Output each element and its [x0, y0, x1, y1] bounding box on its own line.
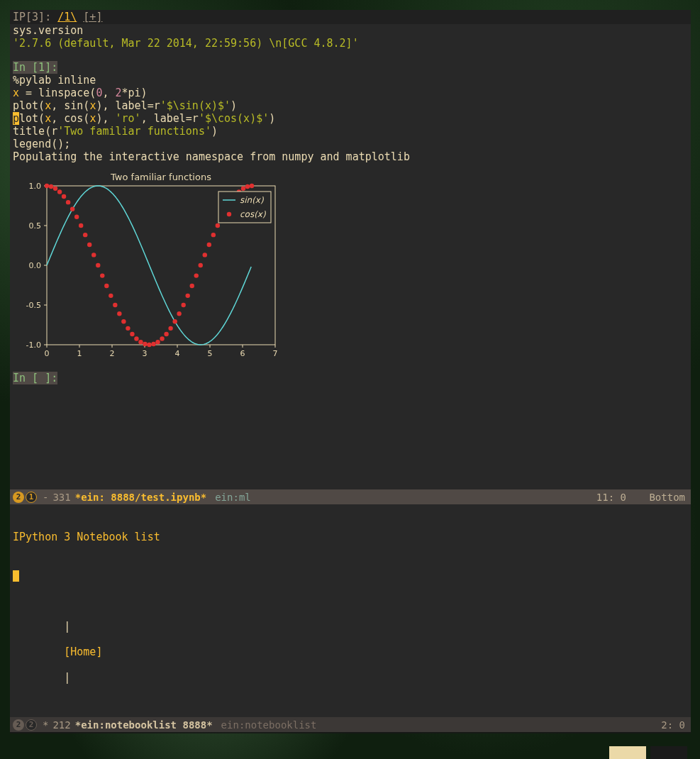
taskbar-tile[interactable] — [650, 746, 687, 759]
svg-point-30 — [53, 187, 57, 191]
svg-point-57 — [168, 326, 172, 331]
ml-dash: - — [43, 492, 48, 503]
svg-point-46 — [121, 319, 126, 323]
svg-text:0: 0 — [45, 349, 50, 358]
tab-active[interactable]: /1\ — [57, 11, 77, 23]
emacs-window: IP[3]: /1\ [+] sys.version '2.7.6 (defau… — [10, 10, 691, 733]
svg-point-59 — [177, 311, 181, 316]
svg-text:7: 7 — [273, 349, 278, 358]
nblist-title: IPython 3 Notebook list — [13, 531, 160, 543]
svg-text:cos(x): cos(x) — [240, 209, 266, 219]
svg-point-32 — [62, 194, 66, 199]
svg-point-49 — [134, 336, 138, 340]
svg-point-45 — [117, 311, 121, 316]
cell0-line2[interactable]: '2.7.6 (default, Mar 22 2014, 22:59:56) … — [10, 37, 691, 50]
svg-text:4: 4 — [175, 349, 180, 358]
svg-point-52 — [147, 343, 151, 347]
svg-text:0.0: 0.0 — [29, 261, 42, 270]
svg-point-63 — [194, 273, 199, 277]
svg-point-76 — [250, 184, 254, 188]
modeline-bottom: 2 2 * 212 *ein:notebooklist 8888* ein:no… — [10, 717, 691, 732]
cell1-l5[interactable]: title(r'Two familiar functions') — [10, 125, 691, 138]
svg-point-48 — [130, 332, 134, 336]
svg-point-67 — [211, 233, 216, 237]
svg-point-66 — [207, 243, 211, 247]
winnum-badge: 2 — [13, 492, 24, 503]
svg-point-65 — [203, 253, 207, 257]
cell1-l1[interactable]: %pylab inline — [10, 74, 691, 87]
svg-point-50 — [138, 340, 143, 344]
cell1-l6[interactable]: legend(); — [10, 138, 691, 150]
svg-point-42 — [104, 284, 109, 288]
svg-point-37 — [83, 233, 87, 237]
bar: | — [64, 620, 70, 633]
cursor-pos: 11: 0 — [596, 492, 626, 503]
svg-point-44 — [113, 303, 117, 307]
svg-point-74 — [241, 187, 245, 191]
svg-text:Two familiar functions: Two familiar functions — [110, 172, 211, 182]
winnum-badge: 2 — [13, 719, 24, 731]
cell2-prompt[interactable]: In [ ]: — [10, 372, 691, 384]
ml-num: 331 — [52, 492, 70, 503]
major-mode: ein:ml — [215, 492, 251, 503]
svg-point-51 — [143, 342, 147, 346]
svg-point-29 — [49, 184, 53, 189]
svg-text:5: 5 — [208, 349, 213, 358]
plot-output: Two familiar functions-1.0-0.50.00.51.00… — [10, 169, 691, 366]
cursor — [13, 570, 19, 582]
svg-point-28 — [45, 184, 49, 188]
cell1-out: Populating the interactive namespace fro… — [10, 150, 691, 163]
home-link[interactable]: [Home] — [64, 646, 102, 658]
svg-point-40 — [96, 263, 100, 267]
notebooklist-pane[interactable]: IPython 3 Notebook list | [Home] | [New … — [10, 504, 691, 717]
svg-point-61 — [186, 294, 190, 298]
cell1-l2[interactable]: x = linspace(0, 2*pi) — [10, 87, 691, 99]
svg-text:0.5: 0.5 — [29, 221, 42, 231]
svg-point-58 — [172, 319, 177, 323]
svg-point-80 — [227, 212, 231, 216]
svg-point-38 — [87, 243, 91, 247]
buffer-name[interactable]: *ein: 8888/test.ipynb* — [75, 492, 206, 503]
svg-text:2: 2 — [110, 349, 115, 358]
svg-text:3: 3 — [143, 349, 148, 358]
taskbar-tile[interactable] — [609, 746, 646, 759]
svg-text:-1.0: -1.0 — [26, 340, 41, 350]
svg-point-55 — [160, 336, 164, 340]
winidx-badge: 1 — [26, 492, 37, 503]
cursor: p — [13, 112, 19, 125]
notebook-pane[interactable]: IP[3]: /1\ [+] sys.version '2.7.6 (defau… — [10, 10, 691, 489]
svg-text:1: 1 — [77, 349, 82, 358]
ml-star: * — [43, 719, 48, 731]
buffer-name[interactable]: *ein:notebooklist 8888* — [75, 719, 213, 731]
svg-point-33 — [66, 200, 70, 204]
tab-bar: IP[3]: /1\ [+] — [10, 10, 691, 24]
svg-point-35 — [74, 215, 79, 219]
svg-point-47 — [126, 326, 130, 331]
cell1-l3[interactable]: plot(x, sin(x), label=r'$\sin(x)$') — [10, 99, 691, 112]
svg-point-43 — [109, 294, 113, 298]
svg-point-62 — [190, 284, 194, 288]
ml-num: 212 — [52, 719, 70, 731]
cell1-prompt: In [1]: — [10, 61, 691, 74]
tab-prefix: IP[3]: — [13, 11, 51, 23]
svg-text:-0.5: -0.5 — [26, 301, 41, 310]
svg-point-41 — [100, 273, 104, 277]
svg-point-36 — [79, 223, 83, 228]
svg-text:6: 6 — [240, 349, 245, 358]
svg-point-54 — [155, 340, 160, 344]
cell0-line1[interactable]: sys.version — [10, 24, 691, 37]
svg-text:sin(x): sin(x) — [240, 195, 264, 205]
svg-text:1.0: 1.0 — [29, 182, 42, 191]
svg-point-56 — [164, 332, 168, 336]
major-mode: ein:notebooklist — [221, 719, 317, 731]
modeline-top: 2 1 - 331 *ein: 8888/test.ipynb* ein:ml … — [10, 489, 691, 504]
taskbar-stub — [609, 746, 687, 759]
svg-point-75 — [245, 184, 250, 189]
cursor-pos: 2: 0 — [661, 719, 685, 731]
svg-point-39 — [91, 253, 96, 257]
scroll-pos: Bottom — [649, 492, 685, 503]
chart: Two familiar functions-1.0-0.50.00.51.00… — [13, 170, 282, 362]
svg-point-68 — [216, 223, 220, 228]
tab-add[interactable]: [+] — [83, 11, 102, 23]
cell1-l4[interactable]: plot(x, cos(x), 'ro', label=r'$\cos(x)$'… — [10, 112, 691, 125]
